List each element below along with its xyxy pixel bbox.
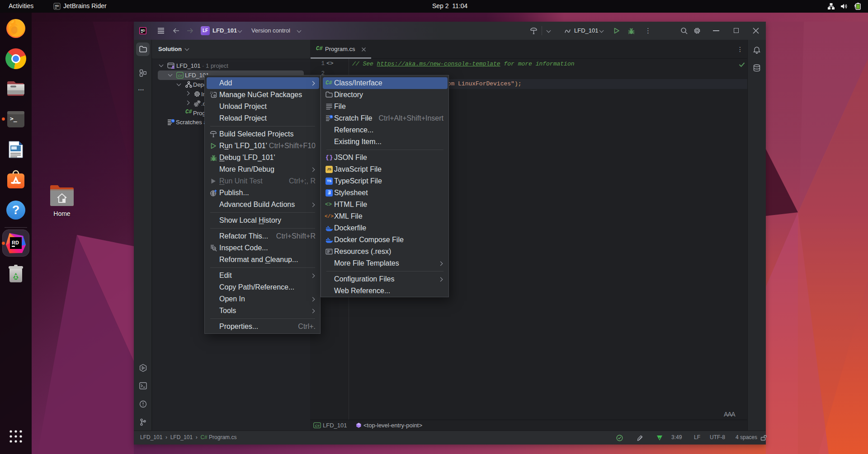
svg-text:RD: RD bbox=[141, 29, 145, 32]
svg-text:RD: RD bbox=[12, 240, 19, 245]
svg-text:RD: RD bbox=[55, 5, 59, 7]
svg-text:C#: C# bbox=[178, 74, 182, 78]
svg-text:C#: C# bbox=[315, 424, 320, 428]
svg-text:>_: >_ bbox=[10, 115, 17, 122]
svg-text:?: ? bbox=[12, 203, 20, 217]
